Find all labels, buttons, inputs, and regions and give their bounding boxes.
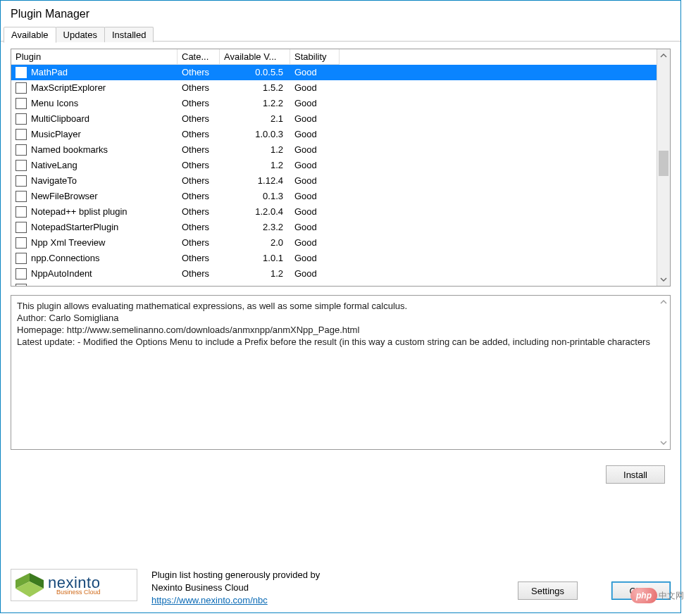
plugin-name-cell: MaxScriptExplorer (11, 80, 178, 96)
table-row[interactable]: Menu IconsOthers1.2.2Good (11, 96, 657, 111)
table-row[interactable]: MusicPlayerOthers1.0.0.3Good (11, 127, 657, 142)
plugin-list-panel: Plugin Cate... Available V... Stability … (11, 49, 671, 287)
plugin-category-cell: Others (178, 266, 220, 282)
plugin-list-scrollbar[interactable] (657, 49, 670, 286)
plugin-version-cell: 2.0 (220, 235, 290, 251)
plugin-checkbox[interactable] (15, 175, 27, 187)
plugin-version-cell: 1.5.2 (220, 80, 290, 96)
plugin-checkbox[interactable] (15, 129, 27, 140)
plugin-checkbox[interactable] (15, 160, 27, 171)
table-row[interactable]: NavigateToOthers1.12.4Good (11, 173, 657, 189)
table-row[interactable]: NewFileBrowserOthers0.1.3Good (11, 189, 657, 204)
plugin-name-cell: NewFileBrowser (11, 189, 178, 204)
plugin-checkbox[interactable] (15, 113, 27, 125)
table-row[interactable]: MathPadOthers0.0.5.5Good (11, 65, 657, 80)
scroll-thumb[interactable] (659, 151, 669, 176)
plugin-checkbox[interactable] (15, 253, 27, 264)
plugin-list-viewport: Plugin Cate... Available V... Stability … (11, 49, 657, 286)
plugin-checkbox[interactable] (15, 67, 27, 78)
plugin-checkbox[interactable] (15, 206, 27, 218)
plugin-name-cell: Named bookmarks (11, 142, 178, 158)
plugin-name: MathPad (31, 67, 68, 77)
scroll-track[interactable] (657, 308, 670, 436)
scroll-up-icon[interactable] (657, 49, 670, 62)
plugin-version-cell: 1.2.2 (220, 96, 290, 111)
description-text: This plugin allows evaluating mathematic… (11, 296, 657, 449)
scroll-up-icon[interactable] (657, 296, 670, 308)
footer-line: Nexinto Business Cloud (151, 582, 249, 593)
table-row[interactable]: Npp Xml TreeviewOthers2.0Good (11, 235, 657, 251)
table-row[interactable]: Notepad++ bplist pluginOthers1.2.0.4Good (11, 204, 657, 220)
description-panel: This plugin allows evaluating mathematic… (11, 295, 671, 450)
plugin-version-cell: 1.5 (220, 282, 290, 286)
plugin-version-cell: 0.0.5.5 (220, 65, 290, 80)
plugin-stability-cell: Good (290, 142, 340, 158)
plugin-stability-cell: Good (290, 204, 340, 220)
scroll-down-icon[interactable] (657, 273, 670, 286)
tab-installed[interactable]: Installed (104, 27, 154, 42)
table-row[interactable]: npp.ConnectionsOthers1.0.1Good (11, 251, 657, 266)
plugin-category-cell: Others (178, 235, 220, 251)
description-scrollbar[interactable] (657, 296, 670, 449)
footer-link[interactable]: https://www.nexinto.com/nbc (151, 595, 268, 605)
tab-updates[interactable]: Updates (56, 27, 105, 42)
plugin-category-cell: Others (178, 80, 220, 96)
plugin-stability-cell: Good (290, 158, 340, 173)
scroll-track[interactable] (657, 62, 670, 273)
plugin-name-cell: MathPad (11, 65, 178, 80)
table-row[interactable]: NativeLangOthers1.2Good (11, 158, 657, 173)
plugin-checkbox[interactable] (15, 98, 27, 109)
desc-line: Author: Carlo Somigliana (17, 313, 119, 323)
plugin-name: NppAutoIndent (31, 268, 92, 279)
plugin-checkbox[interactable] (15, 82, 27, 94)
plugin-category-cell: Others (178, 204, 220, 220)
plugin-version-cell: 1.2 (220, 158, 290, 173)
table-row[interactable]: NotepadStarterPluginOthers2.3.2Good (11, 220, 657, 235)
plugin-stability-cell: Good (290, 220, 340, 235)
plugin-stability-cell: Good (290, 251, 340, 266)
plugin-stability-cell: Good (290, 282, 340, 286)
plugin-category-cell: Others (178, 189, 220, 204)
plugin-version-cell: 1.0.1 (220, 251, 290, 266)
table-row[interactable]: MaxScriptExplorerOthers1.5.2Good (11, 80, 657, 96)
plugin-checkbox[interactable] (15, 268, 27, 279)
tab-available[interactable]: Available (4, 27, 56, 43)
plugin-name-cell: MusicPlayer (11, 127, 178, 142)
table-row[interactable]: MultiClipboardOthers2.1Good (11, 111, 657, 127)
plugin-stability-cell: Good (290, 65, 340, 80)
plugin-name: NativeLang (31, 160, 77, 170)
install-button[interactable]: Install (606, 465, 665, 484)
plugin-name: MaxScriptExplorer (31, 82, 106, 93)
plugin-name-cell: Notepad++ bplist plugin (11, 204, 178, 220)
column-header-stability[interactable]: Stability (290, 49, 340, 65)
plugin-category-cell: Others (178, 220, 220, 235)
plugin-checkbox[interactable] (15, 191, 27, 202)
plugin-checkbox[interactable] (15, 144, 27, 156)
plugin-name: NavigateTo (31, 175, 77, 186)
tab-content: Plugin Cate... Available V... Stability … (1, 42, 680, 559)
plugin-stability-cell: Good (290, 96, 340, 111)
table-row[interactable]: Named bookmarksOthers1.2Good (11, 142, 657, 158)
plugin-version-cell: 2.3.2 (220, 220, 290, 235)
plugin-name-cell: NativeLang (11, 158, 178, 173)
close-button[interactable]: Close (611, 582, 671, 600)
scroll-down-icon[interactable] (657, 436, 670, 449)
table-row[interactable]: NppCalcOthers1.5Good (11, 282, 657, 286)
plugin-version-cell: 1.2.0.4 (220, 204, 290, 220)
plugin-name: MusicPlayer (31, 129, 81, 139)
plugin-name-cell: Npp Xml Treeview (11, 235, 178, 251)
logo-text-sub: Business Cloud (48, 589, 100, 596)
footer: nexinto Business Cloud Plugin list hosti… (1, 559, 680, 612)
column-header-category[interactable]: Cate... (178, 49, 220, 65)
column-header-plugin[interactable]: Plugin (11, 49, 178, 65)
plugin-checkbox[interactable] (15, 237, 27, 249)
plugin-category-cell: Others (178, 111, 220, 127)
plugin-checkbox[interactable] (15, 222, 27, 233)
column-header-version[interactable]: Available V... (220, 49, 290, 65)
table-row[interactable]: NppAutoIndentOthers1.2Good (11, 266, 657, 282)
settings-button[interactable]: Settings (518, 582, 578, 600)
plugin-checkbox[interactable] (15, 284, 27, 286)
plugin-name: Npp Xml Treeview (31, 237, 105, 248)
plugin-category-cell: Others (178, 142, 220, 158)
plugin-name-cell: NavigateTo (11, 173, 178, 189)
